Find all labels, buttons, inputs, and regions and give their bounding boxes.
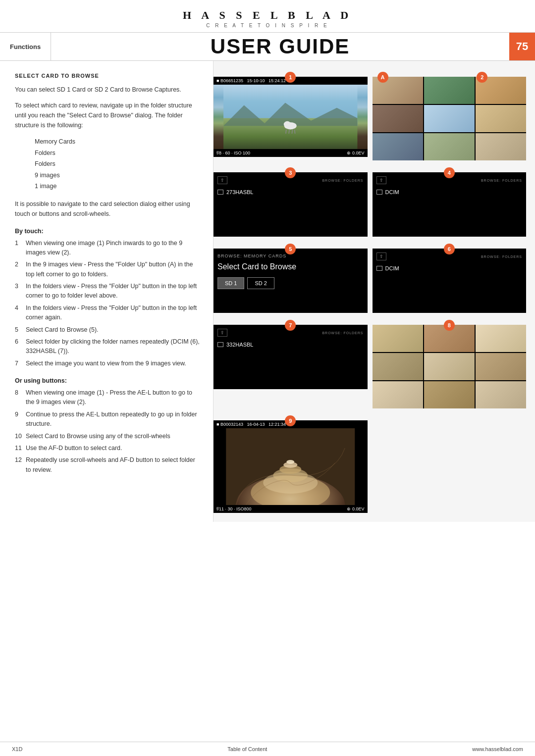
screenshot-9: 9 ■ B00032143 16-04-13 12:21:34 bbox=[214, 420, 368, 513]
screenshot-3: 3 ⇧ BROWSE: FOLDERS 273HASBL bbox=[214, 172, 368, 237]
browse-label-4: BROWSE: FOLDERS bbox=[481, 179, 522, 182]
browse-label-3: BROWSE: FOLDERS bbox=[322, 179, 363, 182]
screen1-info: ■ B06651235 15-10-10 15:24:12 bbox=[216, 78, 286, 83]
mosaic-cell bbox=[424, 353, 475, 380]
folder-name-6: DCIM bbox=[385, 265, 399, 271]
folder-entry-4: DCIM bbox=[376, 187, 523, 197]
by-touch-title: By touch: bbox=[15, 228, 201, 235]
screen1-ev: ⊕ 0.0EV bbox=[347, 151, 364, 155]
brand-logo: H A S S E L B L A D bbox=[0, 9, 535, 22]
folder-icon-4 bbox=[376, 190, 382, 195]
list-item: 1 image bbox=[35, 181, 201, 192]
screen9-info: ■ B00032143 16-04-13 12:21:34 bbox=[216, 422, 286, 427]
folder-name-3: 273HASBL bbox=[226, 189, 253, 195]
folder-entry-3: 273HASBL bbox=[217, 187, 364, 197]
step-badge-6: 6 bbox=[444, 244, 455, 254]
svg-point-4 bbox=[284, 121, 291, 127]
mosaic-cell bbox=[424, 381, 475, 408]
list-item: 9 Continue to press the AE-L button repe… bbox=[15, 410, 201, 429]
screenshot-7: 7 ⇧ BROWSE: FOLDERS 332HASBL bbox=[214, 325, 368, 408]
mosaic-cell bbox=[373, 381, 423, 408]
camera-screen-4: ⇧ BROWSE: FOLDERS DCIM bbox=[373, 172, 527, 237]
intro-text-2: To select which card to review, navigate… bbox=[15, 101, 201, 130]
card-buttons: SD 1 SD 2 bbox=[217, 277, 364, 289]
folder-up-icon-6: ⇧ bbox=[376, 252, 386, 260]
step-badge-1: 1 bbox=[285, 72, 296, 83]
screenshot-4: 4 ⇧ BROWSE: FOLDERS DCIM bbox=[373, 172, 527, 237]
footer-center: Table of Content bbox=[227, 746, 267, 752]
camera-screen-9: ■ B00032143 16-04-13 12:21:34 bbox=[214, 420, 368, 513]
mosaic-cell bbox=[476, 353, 526, 380]
list-item: Memory Cards bbox=[35, 136, 201, 148]
indoor-mosaic-grid bbox=[373, 325, 527, 408]
spiral-svg bbox=[214, 428, 368, 505]
folder-entry-6: DCIM bbox=[376, 263, 523, 273]
list-item: 9 images bbox=[35, 170, 201, 181]
folder-icon-7 bbox=[217, 342, 223, 347]
left-column: SELECT CARD TO BROWSE You can select SD … bbox=[0, 61, 213, 522]
screen9-exposure: f/11 · 30 · ISO800 bbox=[216, 506, 252, 511]
camera-screen-1: ■ B06651235 15-10-10 15:24:12 bbox=[214, 77, 368, 157]
mosaic-cell bbox=[424, 105, 475, 132]
page-header: H A S S E L B L A D C R E A T E T O I N … bbox=[0, 0, 535, 33]
list-item: 7 Select the image you want to view from… bbox=[15, 359, 201, 368]
select-card-heading: Select Card to Browse bbox=[217, 262, 364, 271]
list-item: 4 In the folders view - Press the "Folde… bbox=[15, 303, 201, 323]
intro-text-1: You can select SD 1 Card or SD 2 Card to… bbox=[15, 85, 201, 95]
mosaic-cell bbox=[476, 133, 526, 160]
buttons-list: 8 When viewing one image (1) - Press the… bbox=[15, 388, 201, 475]
screen9-ev: ⊕ 0.0EV bbox=[347, 506, 364, 511]
list-item: 10 Select Card to Browse using any of th… bbox=[15, 432, 201, 441]
sd2-button[interactable]: SD 2 bbox=[247, 277, 274, 289]
folder-structure-list: Memory Cards Folders Folders 9 images 1 … bbox=[35, 136, 201, 192]
step-badge-5: 5 bbox=[285, 244, 296, 254]
mosaic-cell bbox=[373, 325, 423, 352]
mosaic-cell bbox=[424, 77, 475, 104]
step-badge-4: 4 bbox=[444, 167, 455, 178]
list-item: 6 Select folder by clicking the folder n… bbox=[15, 337, 201, 356]
folder-name-4: DCIM bbox=[385, 189, 399, 195]
mosaic-cell bbox=[373, 133, 423, 160]
mosaic-cell bbox=[476, 381, 526, 408]
screenshot-2: A 2 bbox=[373, 77, 527, 160]
step-badge-3: 3 bbox=[285, 167, 296, 178]
mosaic-cell bbox=[424, 133, 475, 160]
list-item: Folders bbox=[35, 158, 201, 170]
step-badge-8: 8 bbox=[444, 320, 455, 331]
footer-website: www.hasselblad.com bbox=[472, 746, 523, 752]
navigation-note: It is possible to navigate to the card s… bbox=[15, 199, 201, 219]
camera-screen-8 bbox=[373, 325, 527, 408]
right-column: 1 ■ B06651235 15-10-10 15:24:12 bbox=[213, 61, 535, 522]
svg-line-6 bbox=[289, 129, 289, 133]
functions-label: Functions bbox=[0, 33, 51, 60]
page-number: 75 bbox=[509, 33, 535, 60]
user-guide-title: USER GUIDE bbox=[51, 33, 509, 60]
camera-screen-2 bbox=[373, 77, 527, 160]
screenshot-8: 8 bbox=[373, 325, 527, 408]
camera-screen-3: ⇧ BROWSE: FOLDERS 273HASBL bbox=[214, 172, 368, 237]
step-badge-7: 7 bbox=[285, 320, 296, 331]
screenshot-1: 1 ■ B06651235 15-10-10 15:24:12 bbox=[214, 77, 368, 160]
folder-icon bbox=[217, 190, 223, 195]
screen1-exposure: f/8 · 60 · ISO 100 bbox=[216, 151, 250, 155]
svg-line-7 bbox=[292, 129, 292, 133]
folder-up-icon: ⇧ bbox=[217, 176, 227, 184]
list-item: 3 In the folders view - Press the "Folde… bbox=[15, 282, 201, 301]
list-item: Folders bbox=[35, 148, 201, 159]
a-badge: A bbox=[377, 72, 388, 83]
page-footer: X1D Table of Content www.hasselblad.com bbox=[0, 742, 535, 756]
list-item: 11 Use the AF-D button to select card. bbox=[15, 444, 201, 453]
browse-label-7: BROWSE: FOLDERS bbox=[322, 331, 363, 335]
sd1-button[interactable]: SD 1 bbox=[217, 277, 244, 289]
folder-name-7: 332HASBL bbox=[226, 342, 253, 348]
screen9-image bbox=[214, 428, 368, 505]
camera-screen-6: ⇧ BROWSE: FOLDERS DCIM bbox=[373, 249, 527, 313]
mosaic-cell bbox=[373, 105, 423, 132]
top-bar: Functions USER GUIDE 75 bbox=[0, 33, 535, 61]
mosaic-grid bbox=[373, 77, 527, 160]
screenshot-5: 5 BROWSE: MEMORY CARDS Select Card to Br… bbox=[214, 249, 368, 313]
mosaic-cell bbox=[476, 105, 526, 132]
main-content: SELECT CARD TO BROWSE You can select SD … bbox=[0, 61, 535, 522]
list-item: 1 When viewing one image (1) Pinch inwar… bbox=[15, 239, 201, 258]
list-item: 2 In the 9 images view - Press the "Fold… bbox=[15, 260, 201, 279]
